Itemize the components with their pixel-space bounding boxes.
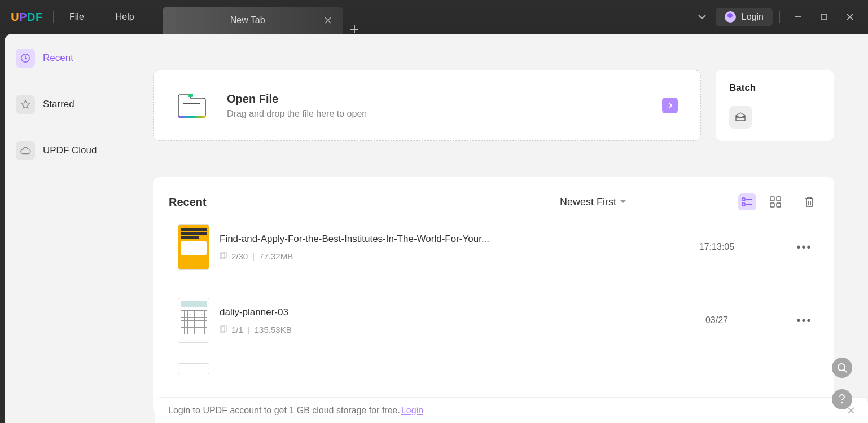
file-pages: 1/1 (231, 325, 243, 334)
chevron-down-icon[interactable] (692, 7, 712, 27)
content-area: Open File Drag and drop the file here to… (119, 34, 868, 423)
menu-file[interactable]: File (54, 12, 100, 22)
svg-rect-4 (178, 116, 205, 118)
close-icon[interactable] (848, 407, 854, 414)
file-thumbnail (178, 298, 209, 343)
svg-rect-3 (188, 94, 193, 97)
file-pages: 2/30 (231, 252, 248, 261)
tab-new[interactable]: New Tab (163, 7, 343, 34)
svg-rect-11 (770, 203, 774, 207)
sidebar-item-cloud[interactable]: UPDF Cloud (12, 138, 111, 164)
sidebar: Recent Starred UPDF Cloud (5, 34, 119, 423)
help-fab[interactable] (832, 389, 852, 409)
svg-point-17 (838, 364, 845, 371)
login-button[interactable]: Login (716, 8, 773, 26)
sort-label: Newest First (560, 196, 616, 208)
svg-rect-12 (777, 203, 781, 207)
svg-rect-9 (770, 197, 774, 201)
banner-text: Login to UPDF account to get 1 GB cloud … (168, 406, 400, 416)
search-fab[interactable] (832, 358, 852, 378)
batch-title: Batch (729, 82, 821, 94)
svg-rect-10 (777, 197, 781, 201)
open-file-card[interactable]: Open File Drag and drop the file here to… (153, 70, 701, 141)
file-thumbnail (178, 224, 209, 270)
close-button[interactable] (839, 7, 861, 27)
file-size: 135.53KB (255, 325, 292, 334)
tab-label: New Tab (173, 15, 323, 25)
sort-dropdown[interactable]: Newest First (560, 196, 626, 208)
cloud-icon (16, 141, 35, 160)
file-time: 03/27 (643, 315, 790, 325)
svg-point-18 (841, 402, 843, 404)
pages-icon (220, 325, 227, 333)
minimize-button[interactable] (787, 7, 809, 27)
caret-down-icon (620, 200, 626, 204)
menu-help[interactable]: Help (100, 12, 150, 22)
files-heading: Recent (169, 196, 207, 209)
sidebar-label: UPDF Cloud (43, 145, 97, 156)
chevron-right-icon (662, 98, 678, 113)
svg-rect-0 (821, 14, 827, 20)
open-subtitle: Drag and drop the file here to open (227, 109, 367, 119)
file-row[interactable]: daliy-planner-03 1/1 | 135.53KB 03/27 ••… (169, 284, 818, 358)
batch-button[interactable] (729, 106, 752, 129)
file-name: daliy-planner-03 (220, 307, 643, 318)
grid-view-button[interactable] (766, 193, 784, 210)
maximize-button[interactable] (813, 7, 835, 27)
more-icon[interactable]: ••• (790, 241, 818, 254)
files-card: Recent Newest First (153, 177, 834, 414)
file-row[interactable] (169, 358, 818, 389)
sidebar-label: Starred (43, 99, 74, 110)
titlebar: UPDF File Help New Tab Login (0, 0, 868, 34)
file-size: 77.32MB (259, 252, 293, 261)
tab-strip: New Tab (163, 0, 366, 34)
svg-rect-2 (183, 103, 200, 104)
login-label: Login (742, 12, 764, 22)
star-icon (16, 95, 35, 114)
open-title: Open File (227, 92, 367, 105)
svg-rect-5 (742, 198, 745, 201)
svg-rect-7 (742, 203, 745, 206)
list-view-button[interactable] (738, 193, 756, 210)
more-icon[interactable]: ••• (790, 314, 818, 327)
sidebar-label: Recent (43, 52, 73, 64)
file-row[interactable]: Find-and-Apply-For-the-Best-Institutes-I… (169, 211, 818, 284)
sidebar-item-recent[interactable]: Recent (12, 45, 111, 71)
new-tab-button[interactable] (343, 25, 366, 34)
clock-icon (16, 49, 35, 68)
batch-card: Batch (716, 70, 834, 141)
avatar-icon (725, 11, 736, 23)
folder-icon (176, 92, 208, 118)
menu-bar: File Help (54, 0, 150, 34)
close-icon[interactable] (323, 15, 333, 25)
file-thumbnail (178, 363, 209, 374)
banner-login-link[interactable]: Login (401, 406, 423, 416)
trash-button[interactable] (800, 193, 818, 211)
svg-rect-6 (746, 199, 752, 200)
app-logo: UPDF (0, 0, 54, 34)
file-time: 17:13:05 (643, 242, 790, 252)
file-name: Find-and-Apply-For-the-Best-Institutes-I… (220, 233, 643, 245)
svg-rect-8 (746, 204, 752, 205)
promo-banner: Login to UPDF account to get 1 GB cloud … (155, 397, 868, 423)
sidebar-item-starred[interactable]: Starred (12, 91, 111, 117)
pages-icon (220, 252, 227, 260)
